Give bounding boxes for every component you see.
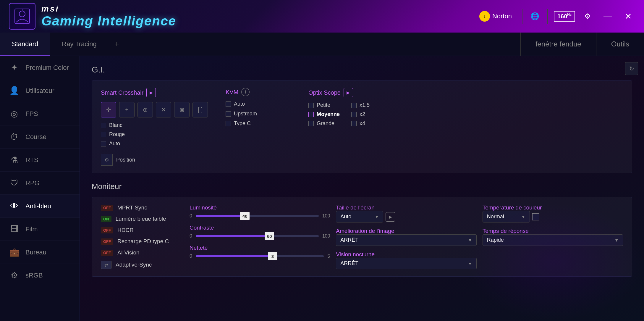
toggle-ai-label: AI Vision [117, 249, 140, 256]
globe-icon-btn[interactable]: 🌐 [528, 10, 541, 23]
sidebar-label-rts: RTS [25, 156, 38, 164]
sidebar-item-rts[interactable]: ⚗ RTS [0, 149, 80, 172]
optix-x4-row: x4 [351, 120, 385, 127]
sidebar-item-bureau[interactable]: 💼 Bureau [0, 241, 80, 264]
position-icon[interactable]: ⚙ [101, 154, 113, 166]
main-layout: ✦ Premium Color 👤 Utilisateur ◎ FPS ⏱ Co… [0, 56, 644, 321]
luminosite-track[interactable]: 40 [196, 215, 319, 217]
position-label: Position [116, 157, 135, 163]
smart-crosshair-play-btn[interactable]: ▶ [146, 88, 156, 97]
sidebar-item-srgb[interactable]: ⚙ sRGB [0, 264, 80, 287]
refresh-button[interactable]: ↻ [625, 62, 638, 75]
optix-grande-radio[interactable] [308, 121, 314, 126]
nettete-track[interactable]: 3 [196, 255, 324, 257]
smart-crosshair-col: Smart Crosshair ▶ ✛ + ⊕ ✕ ⊠ [ ] [101, 88, 208, 166]
temp-col: Température de couleur Normal ▼ Temps de… [483, 204, 623, 246]
tab-fenetre-label: fenêtre fendue [535, 40, 581, 48]
taille-ecran-play-btn[interactable]: ▶ [386, 212, 395, 222]
taille-ecran-select[interactable]: Auto ▼ [336, 211, 383, 222]
settings-icon-btn[interactable]: ⚙ [581, 10, 594, 23]
optix-x15-row: x1.5 [351, 102, 385, 108]
sidebar-label-course: Course [25, 133, 46, 141]
color-auto-label: Auto [109, 141, 120, 147]
toggle-mprt: OFF MPRT Sync [101, 204, 184, 211]
temperature-radio[interactable] [532, 213, 539, 220]
norton-button[interactable]: ↓ Norton [475, 9, 516, 23]
toggle-mprt-label: MPRT Sync [117, 204, 147, 211]
sidebar-item-fps[interactable]: ◎ FPS [0, 102, 80, 125]
contraste-group: Contraste 0 60 100 [190, 225, 330, 239]
hz-value: 160 [557, 13, 567, 20]
brand-gi: Gaming Intelligence [41, 14, 176, 28]
titlebar-right: ↓ Norton 🌐 160Hz ⚙ — ✕ [475, 9, 635, 24]
sidebar-label-film: Film [25, 225, 38, 233]
nettete-min: 0 [190, 254, 192, 259]
crosshair-icon-5[interactable]: ⊠ [174, 102, 190, 117]
contraste-slider-row: 0 60 100 [190, 233, 330, 239]
separator [522, 9, 522, 24]
toggle-recharge-label: Recharge PD type C [117, 238, 169, 245]
contraste-track[interactable]: 60 [196, 235, 319, 237]
temperature-select-row: Normal ▼ [483, 211, 623, 222]
toggle-lumiere-state[interactable]: ON [101, 216, 111, 222]
kvm-auto-radio[interactable] [226, 101, 231, 107]
crosshair-icon-2[interactable]: + [119, 102, 135, 117]
sidebar-item-premium-color[interactable]: ✦ Premium Color [0, 56, 80, 79]
kvm-info-btn[interactable]: i [241, 88, 250, 96]
color-rouge-radio[interactable] [101, 132, 106, 137]
optix-x2-radio[interactable] [351, 112, 357, 117]
sidebar-item-film[interactable]: 🎞 Film [0, 218, 80, 241]
toggle-mprt-state[interactable]: OFF [101, 205, 113, 211]
optix-moyenne-radio[interactable] [308, 112, 314, 117]
utilisateur-icon: 👤 [9, 86, 20, 96]
toggle-sync-icon[interactable]: ⇄ [101, 261, 111, 269]
tab-add-button[interactable]: + [109, 33, 125, 56]
crosshair-icon-3[interactable]: ⊕ [137, 102, 153, 117]
tab-outils[interactable]: Outils [596, 33, 644, 56]
sidebar-item-rpg[interactable]: 🛡 RPG [0, 172, 80, 195]
contraste-fill [196, 235, 269, 237]
kvm-upstream-radio[interactable] [226, 111, 231, 117]
tab-right: fenêtre fendue Outils [520, 33, 644, 56]
luminosite-label: Luminosité [190, 204, 330, 211]
nettete-group: Netteté 0 3 5 [190, 245, 330, 259]
tab-standard[interactable]: Standard [0, 33, 50, 56]
tab-outils-label: Outils [611, 40, 629, 48]
amelioration-select[interactable]: ARRÊT ▼ [336, 234, 476, 246]
sidebar-item-course[interactable]: ⏱ Course [0, 125, 80, 149]
optix-x4-radio[interactable] [351, 121, 357, 126]
toggle-hdcr-label: HDCR [117, 227, 134, 233]
optix-grande-row: Grande [308, 120, 342, 127]
tab-ray-tracing[interactable]: Ray Tracing [50, 33, 108, 56]
tab-fenetre-fendue[interactable]: fenêtre fendue [520, 33, 596, 56]
vision-nocturne-group: Vision nocturne ARRÊT ▼ [336, 251, 476, 269]
toggle-hdcr-state[interactable]: OFF [101, 227, 113, 233]
crosshair-icon-1[interactable]: ✛ [101, 102, 116, 117]
toggle-recharge: OFF Recharge PD type C [101, 238, 184, 245]
vision-nocturne-select[interactable]: ARRÊT ▼ [336, 258, 476, 269]
sidebar-item-anti-bleu[interactable]: 👁 Anti-bleu [0, 195, 80, 218]
kvm-options: Auto Upstream Type C [226, 101, 291, 127]
temperature-select[interactable]: Normal ▼ [483, 211, 530, 222]
color-blanc-radio[interactable] [101, 123, 106, 128]
optix-x15-radio[interactable] [351, 103, 357, 108]
optix-play-btn[interactable]: ▶ [344, 88, 353, 97]
optix-col: Optix Scope ▶ Petite x1.5 [308, 88, 385, 127]
optix-petite-radio[interactable] [308, 103, 314, 108]
sidebar-item-utilisateur[interactable]: 👤 Utilisateur [0, 79, 80, 102]
amelioration-label: Amélioration de l'image [336, 228, 476, 234]
temps-reponse-group: Temps de réponse Rapide ▼ [483, 228, 623, 246]
crosshair-icon-4[interactable]: ✕ [156, 102, 171, 117]
temps-reponse-select[interactable]: Rapide ▼ [483, 234, 623, 246]
kvm-typec-radio[interactable] [226, 121, 231, 126]
toggle-ai-state[interactable]: OFF [101, 250, 113, 256]
crosshair-icon-6[interactable]: [ ] [192, 102, 208, 117]
tab-standard-label: Standard [12, 40, 38, 48]
toggle-recharge-state[interactable]: OFF [101, 238, 113, 245]
close-button[interactable]: ✕ [621, 10, 635, 22]
sidebar-label-bureau: Bureau [25, 249, 46, 256]
luminosite-group: Luminosité 0 40 100 [190, 204, 330, 219]
color-auto-radio[interactable] [101, 141, 106, 146]
minimize-button[interactable]: — [600, 10, 615, 22]
fps-icon: ◎ [9, 109, 20, 119]
